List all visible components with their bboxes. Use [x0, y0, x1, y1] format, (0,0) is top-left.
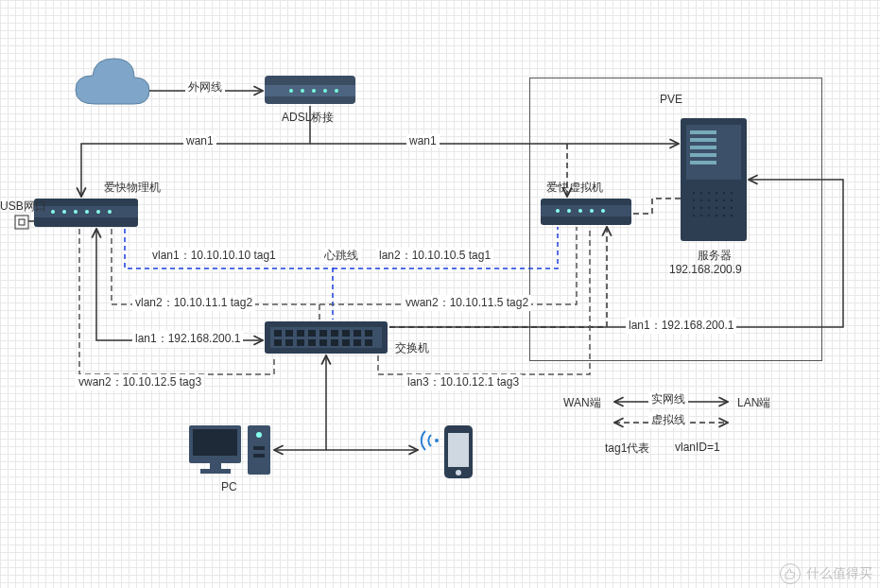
label-server-name: 服务器	[686, 248, 743, 264]
label-pve: PVE	[643, 93, 699, 106]
svg-rect-61	[319, 330, 327, 337]
svg-rect-60	[308, 330, 316, 337]
label-external-line: 外网线	[185, 79, 225, 95]
switch-icon	[265, 321, 388, 354]
label-heartbeat: 心跳线	[321, 248, 361, 264]
label-lan2: lan2：10.10.10.5 tag1	[376, 248, 493, 264]
watermark: 什么值得买	[780, 563, 872, 584]
svg-rect-65	[365, 330, 372, 337]
svg-rect-70	[319, 339, 327, 346]
label-usb: USB网口	[0, 199, 46, 215]
svg-point-86	[435, 439, 439, 442]
label-lan3: lan3：10.10.12.1 tag3	[405, 374, 522, 390]
svg-rect-84	[448, 433, 469, 467]
label-pc: PC	[221, 480, 237, 493]
svg-rect-75	[189, 425, 241, 463]
svg-rect-78	[200, 469, 231, 474]
usb-port-icon	[15, 216, 28, 229]
label-aikuai-virt: 爱快虚拟机	[546, 180, 603, 196]
label-vlan1: vlan1：10.10.10.10 tag1	[149, 248, 279, 264]
label-wan1-right: wan1	[406, 134, 440, 147]
svg-rect-68	[297, 339, 304, 346]
label-aikuai-phys: 爱快物理机	[104, 180, 161, 196]
legend-tagnote2: vlanID=1	[675, 441, 720, 454]
svg-point-4	[312, 89, 316, 93]
svg-rect-76	[193, 429, 237, 456]
svg-rect-0	[265, 76, 355, 104]
svg-rect-16	[19, 219, 25, 225]
svg-rect-66	[274, 339, 282, 346]
svg-rect-62	[331, 330, 338, 337]
svg-rect-56	[270, 327, 382, 348]
svg-rect-8	[34, 206, 138, 217]
label-switch: 交换机	[395, 340, 429, 356]
svg-rect-77	[210, 463, 221, 469]
cloud-icon	[76, 59, 149, 104]
svg-point-6	[335, 89, 338, 93]
legend-wan: WAN端	[563, 395, 601, 411]
svg-rect-63	[342, 330, 350, 337]
legend-tagnote: tag1代表	[605, 441, 649, 457]
svg-rect-82	[253, 454, 265, 458]
wifi-icon	[422, 431, 439, 450]
svg-rect-73	[354, 339, 361, 346]
svg-rect-83	[444, 425, 473, 478]
svg-point-13	[96, 210, 100, 214]
legend-dashed: 虚拟线	[648, 412, 688, 428]
svg-rect-74	[365, 339, 372, 346]
svg-point-12	[85, 210, 89, 214]
svg-point-9	[51, 210, 55, 214]
phone-icon	[444, 425, 473, 478]
adsl-modem-icon	[265, 76, 355, 104]
svg-rect-67	[285, 339, 293, 346]
legend-lan: LAN端	[737, 395, 770, 411]
router-physical-icon	[34, 199, 138, 227]
label-vwan2: vwan2：10.10.11.5 tag2	[403, 295, 531, 311]
svg-point-10	[62, 210, 66, 214]
svg-rect-55	[265, 321, 388, 354]
label-lan1-left: lan1：192.168.200.1	[132, 331, 243, 347]
svg-rect-79	[248, 425, 270, 475]
label-vlan2: vlan2：10.10.11.1 tag2	[132, 295, 255, 311]
label-lan1-right: lan1：192.168.200.1	[626, 318, 736, 334]
svg-rect-15	[15, 216, 28, 229]
svg-point-3	[301, 89, 304, 93]
svg-rect-57	[274, 330, 282, 337]
label-adsl: ADSL桥接	[282, 110, 334, 126]
svg-rect-1	[265, 85, 355, 96]
svg-rect-59	[297, 330, 304, 337]
svg-point-11	[74, 210, 78, 214]
svg-rect-7	[34, 199, 138, 227]
svg-point-2	[289, 89, 293, 93]
svg-point-5	[323, 89, 327, 93]
svg-point-80	[256, 432, 262, 438]
svg-rect-69	[308, 339, 316, 346]
legend-solid: 实网线	[648, 391, 688, 407]
svg-point-14	[108, 210, 112, 214]
svg-rect-72	[342, 339, 350, 346]
label-wan1-left: wan1	[183, 134, 216, 147]
svg-rect-64	[354, 330, 361, 337]
svg-rect-81	[253, 446, 265, 450]
svg-rect-58	[285, 330, 293, 337]
pc-icon	[189, 425, 270, 475]
svg-point-85	[456, 470, 461, 476]
label-server-ip: 192.168.200.9	[669, 263, 742, 276]
label-vwan2b: vwan2：10.10.12.5 tag3	[76, 374, 204, 390]
svg-rect-71	[331, 339, 338, 346]
